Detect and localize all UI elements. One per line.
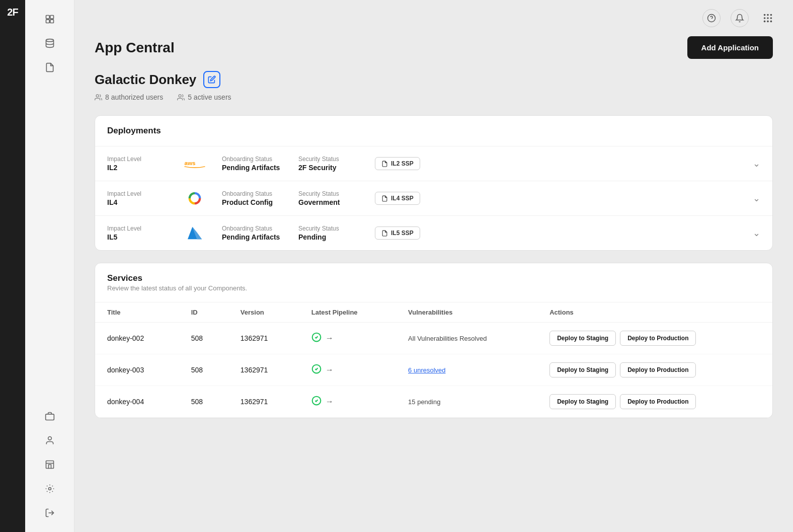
il5-security-field: Security Status Pending [298,225,359,241]
deployment-row-il5: Impact Level IL5 Onboarding Status Pendi… [95,215,772,250]
deploy-staging-1[interactable]: Deploy to Staging [549,331,616,346]
service-title-3: donkey-004 [95,386,179,418]
deploy-staging-3[interactable]: Deploy to Staging [549,394,616,409]
edit-app-button[interactable] [203,71,220,88]
service-pipeline-3: → [299,386,396,418]
page-title: App Central [95,40,175,56]
nav-user[interactable] [39,429,61,451]
nav-logout[interactable] [39,502,61,524]
il5-expand-button[interactable]: ⌄ [753,227,760,239]
action-btns-3: Deploy to Staging Deploy to Production [549,394,760,409]
service-pipeline-1: → [299,323,396,354]
nav-database[interactable] [39,32,61,54]
active-users-meta: 5 active users [177,93,231,101]
col-pipeline: Latest Pipeline [299,302,396,323]
svg-point-21 [96,94,99,97]
pipeline-check-icon-3 [311,396,322,408]
service-actions-3: Deploy to Staging Deploy to Production [537,386,772,418]
svg-point-14 [770,14,772,16]
authorized-users-label: 8 authorized users [105,93,163,101]
svg-rect-3 [50,20,53,23]
pipeline-arrow-icon-1: → [326,334,334,343]
main-content: App Central Add Application Galactic Don… [74,0,793,532]
pipeline-check-icon-1 [311,332,322,345]
app-name: Galactic Donkey [95,72,196,88]
il2-expand-button[interactable]: ⌄ [753,158,760,169]
deployments-header: Deployments [95,116,772,146]
svg-rect-5 [45,414,54,420]
svg-point-4 [46,39,53,42]
svg-point-17 [770,17,772,19]
svg-point-13 [767,14,769,16]
svg-point-8 [48,488,51,490]
nav-file[interactable] [39,56,61,79]
il2-security-field: Security Status 2F Security [298,156,359,172]
brand-logo: 2F [7,7,18,17]
svg-point-18 [764,21,766,23]
topbar [74,0,793,36]
service-id-2: 508 [179,354,228,386]
authorized-users-meta: 8 authorized users [95,93,163,101]
services-header: Services Review the latest status of all… [95,263,772,302]
il5-ssp-badge[interactable]: IL5 SSP [375,226,420,240]
col-actions: Actions [537,302,772,323]
service-vuln-3: 15 pending [396,386,537,418]
pipeline-arrow-icon-3: → [326,397,334,406]
nav-bar [25,0,74,532]
service-version-3: 1362971 [228,386,299,418]
service-actions-1: Deploy to Staging Deploy to Production [537,323,772,354]
svg-text:aws: aws [184,160,196,166]
deployments-card: Deployments Impact Level IL2 aws [95,115,773,251]
svg-point-15 [764,17,766,19]
pipeline-arrow-icon-2: → [326,365,334,374]
svg-point-22 [179,94,181,97]
col-vulnerabilities: Vulnerabilities [396,302,537,323]
nav-building[interactable] [39,453,61,476]
service-version-2: 1362971 [228,354,299,386]
nav-settings[interactable] [39,478,61,500]
service-pipeline-2: → [299,354,396,386]
il4-onboarding-field: Onboarding Status Product Config [222,190,282,206]
il4-impact-field: Impact Level IL4 [107,190,168,206]
services-table: Title ID Version Latest Pipeline Vulnera… [95,302,772,418]
il5-impact-field: Impact Level IL5 [107,225,168,241]
service-version-1: 1362971 [228,323,299,354]
svg-rect-1 [50,16,53,19]
deploy-production-3[interactable]: Deploy to Production [620,394,696,409]
azure-logo [184,225,206,241]
table-row: donkey-002 508 1362971 → [95,323,772,354]
svg-point-16 [767,17,769,19]
deploy-production-1[interactable]: Deploy to Production [620,331,696,346]
svg-point-19 [767,21,769,23]
service-actions-2: Deploy to Staging Deploy to Production [537,354,772,386]
il2-ssp-badge[interactable]: IL2 SSP [375,157,420,170]
svg-rect-0 [46,16,49,19]
apps-grid-icon[interactable] [759,9,777,27]
notification-icon[interactable] [731,9,749,27]
deployment-row-il2: Impact Level IL2 aws Onboarding Status P… [95,146,772,181]
services-card: Services Review the latest status of all… [95,263,773,418]
col-version: Version [228,302,299,323]
action-btns-1: Deploy to Staging Deploy to Production [549,331,760,346]
page-area: App Central Add Application Galactic Don… [74,36,793,532]
deploy-production-2[interactable]: Deploy to Production [620,362,696,377]
add-application-button[interactable]: Add Application [687,36,773,59]
il4-ssp-badge[interactable]: IL4 SSP [375,192,420,205]
il4-expand-button[interactable]: ⌄ [753,193,760,204]
col-id: ID [179,302,228,323]
service-title-2: donkey-003 [95,354,179,386]
table-row: donkey-003 508 1362971 → [95,354,772,386]
service-vuln-1: All Vulnerabilities Resolved [396,323,537,354]
deploy-staging-2[interactable]: Deploy to Staging [549,362,616,377]
service-id-3: 508 [179,386,228,418]
service-vuln-2[interactable]: 6 unresolved [396,354,537,386]
deployment-row-il4: Impact Level IL4 [95,181,772,215]
page-header: App Central Add Application [95,36,773,59]
il4-security-field: Security Status Government [298,190,359,206]
gcp-logo [184,191,206,206]
active-users-label: 5 active users [188,93,231,101]
nav-dashboard[interactable] [39,8,61,30]
nav-ticket[interactable] [39,405,61,427]
help-icon[interactable] [702,9,721,27]
app-meta: 8 authorized users 5 active users [95,93,773,101]
